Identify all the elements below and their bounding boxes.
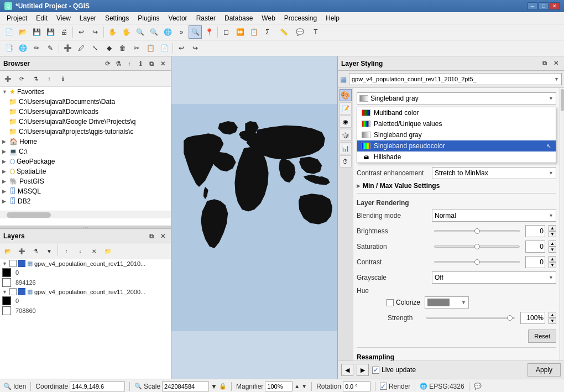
contrast-slider[interactable]	[434, 261, 520, 263]
styling-icon-mask[interactable]: ◉	[340, 116, 352, 128]
styling-back-button[interactable]: ◀	[341, 364, 353, 376]
edit-btn[interactable]: ✎	[44, 41, 57, 55]
undo2-btn[interactable]: ↩	[175, 41, 188, 55]
render-option-palette[interactable]: Paletted/Unique values	[357, 118, 556, 129]
layer-selector-dropdown[interactable]: gpw_v4_population_count_rev11_2010_2pt5_…	[349, 73, 562, 85]
zoom-full-button[interactable]: 🌐	[161, 25, 174, 39]
favorites-group[interactable]: ▼ ★ Favorites	[0, 87, 171, 97]
browser-item-home[interactable]: ▶ 🏠 Home	[0, 137, 171, 147]
messages-status[interactable]: 💬	[474, 383, 482, 390]
identify-button[interactable]: 🔍	[189, 25, 202, 39]
render-option-pseudo[interactable]: Singleband pseudocolor ↖	[357, 140, 556, 151]
filter-layers-button[interactable]: ⚗	[29, 244, 42, 258]
brightness-slider[interactable]	[434, 230, 520, 232]
live-update-checkbox[interactable]: ✓	[372, 367, 379, 374]
undo-button[interactable]: ↩	[75, 25, 88, 39]
stat-button[interactable]: Σ	[261, 25, 274, 39]
node-btn[interactable]: ◆	[102, 41, 116, 55]
strength-slider[interactable]	[426, 317, 515, 319]
menu-web[interactable]: Web	[257, 13, 279, 23]
menu-project[interactable]: Project	[2, 13, 32, 23]
menu-plugins[interactable]: Plugins	[133, 13, 164, 23]
digitize-button[interactable]: ✏	[30, 41, 43, 55]
render-checkbox[interactable]: ✓	[380, 383, 387, 390]
brightness-input[interactable]: 0	[525, 225, 545, 237]
blending-dropdown[interactable]: Normal ▼	[432, 210, 556, 222]
paste-btn[interactable]: 📄	[158, 41, 171, 55]
browser-collapse-button[interactable]: ↑	[124, 59, 134, 69]
layer-up-button[interactable]: ↑	[60, 244, 73, 258]
filter-layers-by-map[interactable]: ▼	[43, 244, 56, 258]
browser-item-geopkg[interactable]: ▶ ⬡ GeoPackage	[0, 156, 171, 166]
browser-refresh-button[interactable]: ⟳	[102, 59, 112, 69]
styling-close-button[interactable]: ✕	[551, 59, 561, 69]
strength-input[interactable]: 100%	[520, 312, 545, 324]
browser-float-button[interactable]: ⧉	[147, 59, 156, 69]
layer1-check2[interactable]	[18, 260, 25, 267]
brightness-up[interactable]: ▲	[549, 225, 556, 231]
measure-button[interactable]: 📏	[275, 25, 293, 39]
browser-info-button[interactable]: ℹ	[135, 59, 145, 69]
maximize-button[interactable]: □	[539, 2, 549, 10]
layer2-check2[interactable]	[18, 288, 25, 295]
new-project-button[interactable]: 📄	[2, 25, 15, 39]
open-project-button[interactable]: 📂	[16, 25, 29, 39]
deselect-button[interactable]: ◻	[220, 25, 233, 39]
redo2-btn[interactable]: ↪	[189, 41, 202, 55]
render-option-hill[interactable]: 🏔 Hillshade	[357, 151, 556, 163]
apply-button[interactable]: Apply	[528, 363, 561, 377]
right-panel-scrollbar[interactable]	[560, 88, 564, 360]
render-option-gray[interactable]: Singleband gray	[357, 129, 556, 140]
menu-processing[interactable]: Processing	[280, 13, 321, 23]
saturation-down[interactable]: ▼	[549, 247, 556, 253]
contrast-down[interactable]: ▼	[549, 262, 556, 268]
saturation-slider[interactable]	[434, 245, 520, 248]
label-button[interactable]: T	[307, 25, 325, 39]
grayscale-dropdown[interactable]: Off ▼	[432, 271, 556, 284]
right-scrollbar-thumb[interactable]	[561, 89, 564, 111]
layer-down-button[interactable]: ↓	[74, 244, 87, 258]
menu-view[interactable]: View	[52, 13, 75, 23]
map-area[interactable]	[171, 56, 337, 379]
open-table-button[interactable]: 📋	[247, 25, 260, 39]
pan-map-button[interactable]: 🖐	[119, 25, 133, 39]
layer2-visibility-checkbox[interactable]	[9, 288, 17, 295]
minimize-button[interactable]: ─	[528, 2, 537, 10]
epsg-status[interactable]: 🌐 EPSG:4326	[420, 383, 464, 390]
contrast-dropdown[interactable]: Stretch to MinMax ▼	[432, 167, 556, 179]
zoom-in-button[interactable]: 🔍	[133, 25, 147, 39]
render-option-multiband[interactable]: Multiband color	[357, 107, 556, 118]
menu-edit[interactable]: Edit	[32, 13, 52, 23]
print-button[interactable]: 🖨	[58, 25, 71, 39]
magnifier-spin-down[interactable]: ▼	[301, 383, 307, 389]
redo-button[interactable]: ↪	[88, 25, 102, 39]
strength-down[interactable]: ▼	[549, 318, 556, 324]
menu-raster[interactable]: Raster	[192, 13, 220, 23]
menu-help[interactable]: Help	[321, 13, 344, 23]
layers-close-button[interactable]: ✕	[158, 231, 168, 241]
browser-item-db2[interactable]: ▶ 🗄 DB2	[0, 196, 171, 206]
saturation-input[interactable]: 0	[525, 241, 545, 253]
add-feature-button[interactable]: ➕	[61, 41, 74, 55]
styling-icon-paint[interactable]: 🎨	[340, 89, 352, 101]
colorize-color-picker[interactable]: ▼	[425, 296, 469, 309]
move-btn[interactable]: ⤡	[88, 41, 102, 55]
layer-item-2[interactable]: ▼ ▦ gpw_v4_population_count_rev11_2000..…	[0, 288, 171, 296]
minmax-row[interactable]: ▶ Min / Max Value Settings	[357, 181, 556, 191]
browser-filter-button[interactable]: ⚗	[113, 59, 123, 69]
render-type-dropdown[interactable]: Singleband gray ▼	[357, 92, 556, 104]
browser-item-1[interactable]: 📁 C:\Users\ujaval\Downloads	[0, 107, 171, 117]
browser-item-0[interactable]: 📁 C:\Users\ujaval\Documents\Data	[0, 97, 171, 107]
filter-button[interactable]: ⏩	[233, 25, 247, 39]
reset-button[interactable]: Reset	[528, 330, 556, 343]
browser-item-2[interactable]: 📁 C:\Users\ujaval\Google Drive\Projects\…	[0, 117, 171, 127]
layer1-visibility-checkbox[interactable]	[9, 260, 17, 267]
zoom-out-button[interactable]: 🔍	[147, 25, 160, 39]
menu-settings[interactable]: Settings	[101, 13, 133, 23]
remove-layer-button[interactable]: ✕	[87, 244, 101, 258]
contrast-up[interactable]: ▲	[549, 256, 556, 262]
styling-icon-3d[interactable]: 🎲	[340, 129, 352, 141]
browser-item-mssql[interactable]: ▶ 🗄 MSSQL	[0, 186, 171, 196]
browser-refresh2-button[interactable]: ⟳	[15, 72, 28, 85]
cut-btn[interactable]: ✂	[130, 41, 143, 55]
